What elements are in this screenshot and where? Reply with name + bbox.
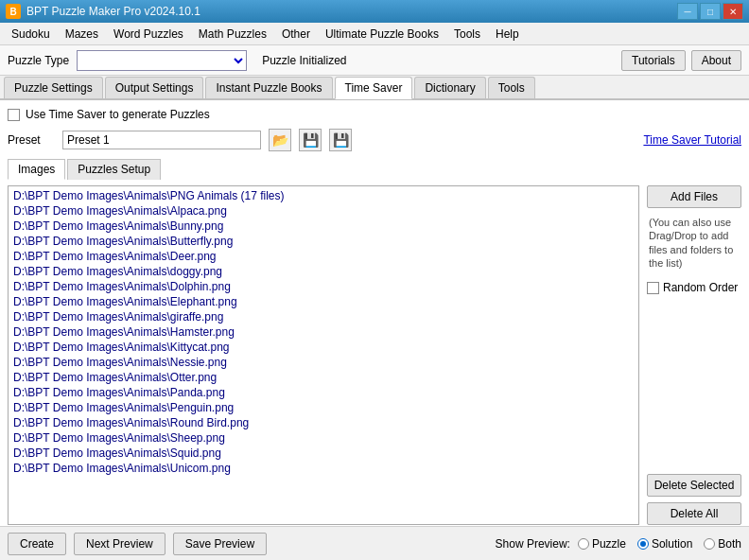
- preset-label: Preset: [8, 133, 55, 147]
- list-item[interactable]: D:\BPT Demo Images\Animals\Unicom.png: [10, 461, 636, 476]
- puzzle-initialized-text: Puzzle Initialized: [262, 54, 346, 67]
- random-order-checkbox[interactable]: [647, 282, 659, 294]
- list-item[interactable]: D:\BPT Demo Images\Animals\Sheep.png: [10, 430, 636, 446]
- app-icon: B: [6, 4, 21, 19]
- toolbar: Puzzle Type Puzzle Initialized Tutorials…: [0, 45, 749, 76]
- menu-sudoku[interactable]: Sudoku: [4, 25, 58, 44]
- list-item[interactable]: D:\BPT Demo Images\Animals\Otter.png: [10, 370, 636, 385]
- radio-puzzle-label: Puzzle: [592, 537, 626, 551]
- tab-puzzle-settings[interactable]: Puzzle Settings: [4, 77, 103, 98]
- list-item[interactable]: D:\BPT Demo Images\Animals\Panda.png: [10, 385, 636, 400]
- save-preset-button[interactable]: 💾: [299, 129, 322, 151]
- list-item[interactable]: D:\BPT Demo Images\Animals\Hamster.png: [10, 324, 636, 340]
- about-button[interactable]: About: [691, 50, 741, 71]
- title-bar-text: BPT Puzzle Maker Pro v2024.10.1: [26, 5, 677, 18]
- tab-tools[interactable]: Tools: [488, 77, 535, 98]
- list-item[interactable]: D:\BPT Demo Images\Animals\Squid.png: [10, 446, 636, 461]
- puzzle-type-select[interactable]: [77, 50, 247, 71]
- save-icon: 💾: [303, 132, 319, 148]
- show-preview-label: Show Preview:: [496, 537, 570, 551]
- tab-instant-puzzle-books[interactable]: Instant Puzzle Books: [205, 77, 332, 98]
- content-area: Use Time Saver to generate Puzzles Prese…: [0, 100, 749, 526]
- puzzle-type-label: Puzzle Type: [8, 54, 69, 67]
- menu-tools[interactable]: Tools: [446, 25, 488, 44]
- file-list[interactable]: D:\BPT Demo Images\Animals\PNG Animals (…: [8, 185, 639, 525]
- list-item[interactable]: D:\BPT Demo Images\Animals\PNG Animals (…: [10, 188, 636, 203]
- list-item[interactable]: D:\BPT Demo Images\Animals\Bunny.png: [10, 219, 636, 234]
- open-preset-button[interactable]: 📂: [269, 129, 291, 151]
- side-panel: Add Files (You can also use Drag/Drop to…: [647, 185, 741, 525]
- radio-both[interactable]: Both: [704, 537, 741, 551]
- list-item[interactable]: D:\BPT Demo Images\Animals\giraffe.png: [10, 309, 636, 324]
- save-preview-button[interactable]: Save Preview: [173, 533, 267, 555]
- save-as-icon: 💾: [333, 132, 349, 148]
- close-button[interactable]: ✕: [723, 3, 743, 20]
- preset-input[interactable]: [62, 131, 261, 149]
- save-as-preset-button[interactable]: 💾: [329, 129, 352, 151]
- inner-tab-images[interactable]: Images: [8, 159, 65, 180]
- list-item[interactable]: D:\BPT Demo Images\Animals\Kittycat.png: [10, 340, 636, 355]
- menu-bar: Sudoku Mazes Word Puzzles Math Puzzles O…: [0, 23, 749, 45]
- radio-both-label: Both: [718, 537, 741, 551]
- radio-solution-circle: [637, 538, 649, 550]
- minimize-button[interactable]: ─: [677, 3, 698, 20]
- use-timesaver-label: Use Time Saver to generate Puzzles: [26, 108, 210, 121]
- tutorials-button[interactable]: Tutorials: [621, 50, 686, 71]
- use-timesaver-row: Use Time Saver to generate Puzzles: [8, 108, 741, 121]
- list-item[interactable]: D:\BPT Demo Images\Animals\Nessie.png: [10, 355, 636, 370]
- bottom-bar: Create Next Preview Save Preview Show Pr…: [0, 526, 749, 560]
- add-files-hint: (You can also use Drag/Drop to add files…: [647, 214, 741, 271]
- tab-output-settings[interactable]: Output Settings: [105, 77, 204, 98]
- tab-dictionary[interactable]: Dictionary: [414, 77, 485, 98]
- toolbar-right: Tutorials About: [621, 50, 741, 71]
- folder-icon: 📂: [272, 132, 288, 148]
- main-area: D:\BPT Demo Images\Animals\PNG Animals (…: [8, 185, 741, 525]
- delete-all-button[interactable]: Delete All: [647, 502, 741, 525]
- radio-puzzle[interactable]: Puzzle: [578, 537, 626, 551]
- menu-word-puzzles[interactable]: Word Puzzles: [106, 25, 191, 44]
- list-item[interactable]: D:\BPT Demo Images\Animals\Elephant.png: [10, 294, 636, 309]
- radio-solution-dot: [640, 541, 646, 547]
- radio-puzzle-circle: [578, 538, 589, 550]
- preset-row: Preset 📂 💾 💾 Time Saver Tutorial: [8, 129, 741, 151]
- add-files-button[interactable]: Add Files: [647, 185, 741, 208]
- list-item[interactable]: D:\BPT Demo Images\Animals\Butterfly.png: [10, 234, 636, 249]
- list-item[interactable]: D:\BPT Demo Images\Animals\Alpaca.png: [10, 203, 636, 219]
- maximize-button[interactable]: □: [700, 3, 721, 20]
- radio-group: Puzzle Solution Both: [578, 537, 741, 551]
- list-item[interactable]: D:\BPT Demo Images\Animals\Deer.png: [10, 249, 636, 264]
- radio-solution[interactable]: Solution: [637, 537, 692, 551]
- list-item[interactable]: D:\BPT Demo Images\Animals\doggy.png: [10, 264, 636, 279]
- random-order-label: Random Order: [663, 281, 738, 294]
- title-bar-controls: ─ □ ✕: [677, 3, 743, 20]
- list-item[interactable]: D:\BPT Demo Images\Animals\Round Bird.pn…: [10, 415, 636, 430]
- timesaver-tutorial-link[interactable]: Time Saver Tutorial: [643, 133, 741, 147]
- radio-solution-label: Solution: [652, 537, 692, 551]
- list-item[interactable]: D:\BPT Demo Images\Animals\Penguin.png: [10, 400, 636, 415]
- tab-time-saver[interactable]: Time Saver: [335, 77, 413, 99]
- menu-other[interactable]: Other: [274, 25, 318, 44]
- tab-bar: Puzzle Settings Output Settings Instant …: [0, 76, 749, 100]
- menu-math-puzzles[interactable]: Math Puzzles: [191, 25, 274, 44]
- menu-help[interactable]: Help: [488, 25, 527, 44]
- radio-both-circle: [704, 538, 715, 550]
- menu-ultimate-puzzle-books[interactable]: Ultimate Puzzle Books: [318, 25, 446, 44]
- inner-tabs: Images Puzzles Setup: [8, 159, 741, 180]
- list-item[interactable]: D:\BPT Demo Images\Animals\Dolphin.png: [10, 279, 636, 294]
- next-preview-button[interactable]: Next Preview: [74, 533, 165, 555]
- inner-tab-puzzles-setup[interactable]: Puzzles Setup: [67, 159, 161, 180]
- create-button[interactable]: Create: [8, 533, 66, 555]
- use-timesaver-checkbox[interactable]: [8, 109, 20, 121]
- title-bar: B BPT Puzzle Maker Pro v2024.10.1 ─ □ ✕: [0, 0, 749, 23]
- delete-selected-button[interactable]: Delete Selected: [647, 474, 741, 497]
- menu-mazes[interactable]: Mazes: [58, 25, 106, 44]
- random-order-row: Random Order: [647, 281, 741, 294]
